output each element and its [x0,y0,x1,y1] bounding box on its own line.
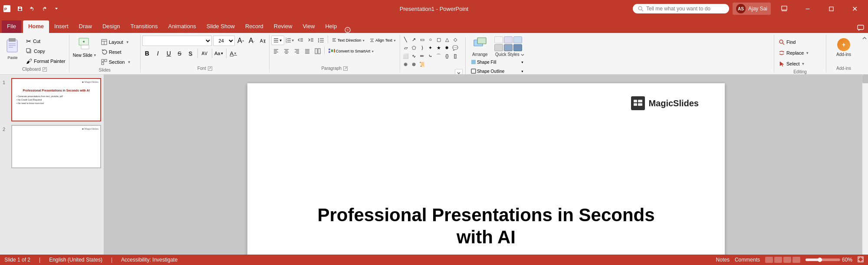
shape-rect-button[interactable]: ▭ [418,36,426,43]
quick-style-1[interactable] [494,36,503,43]
justify-button[interactable] [302,46,312,56]
tab-review[interactable]: Review [269,20,298,33]
align-center-button[interactable] [282,46,291,56]
cut-button[interactable]: ✂ Cut [24,36,67,46]
tab-file[interactable]: File [2,20,21,33]
user-profile[interactable]: AS Ajay Sai [733,3,771,15]
right-scrollbar[interactable] [862,75,868,255]
font-expand-button[interactable]: ↗ [208,66,212,71]
format-painter-button[interactable]: 🖌 Format Painter [24,56,67,66]
quick-style-5[interactable] [504,44,513,51]
ribbon-display-button[interactable] [774,2,794,15]
tell-me-box[interactable] [633,4,729,13]
select-button[interactable]: Select ▼ [776,59,808,69]
clear-formatting-button[interactable]: A [258,36,267,46]
slideshow-button[interactable] [792,257,800,263]
slide-thumbnail-2[interactable]: ■ MagicSlides [11,125,101,168]
section-button[interactable]: Section ▼ [99,57,138,67]
shape-diamond-button[interactable]: ◇ [451,36,459,43]
normal-view-button[interactable] [765,257,773,263]
paste-button[interactable]: Paste [2,36,23,61]
quick-style-3[interactable] [513,36,522,43]
zoom-slider[interactable] [806,258,840,261]
shape-brace-button[interactable]: {} [443,52,451,60]
align-left-button[interactable] [271,46,281,56]
line-spacing-button[interactable] [316,36,326,45]
change-case-button[interactable]: Aa▼ [214,49,224,58]
strikethrough-button[interactable]: S [175,49,184,58]
clipboard-expand-button[interactable]: ↗ [43,67,47,72]
numbering-button[interactable]: 1.2.3. ▼ [285,36,295,45]
shape-arc-button[interactable]: ⌒ [435,52,443,60]
arrange-button[interactable]: Arrange [469,36,491,57]
tab-help[interactable]: Help [320,20,342,33]
tab-home[interactable]: Home [23,20,49,33]
comments-status-button[interactable]: Comments [735,257,760,263]
shape-custom2-button[interactable]: ⊗ [410,60,418,68]
new-slide-button[interactable]: New Slide ▼ [71,36,99,59]
font-size-select[interactable]: 24 [213,36,235,46]
shape-line-button[interactable]: ╲ [402,36,410,43]
columns-button[interactable] [313,46,322,56]
comments-btn[interactable] [857,24,865,33]
shape-star5-button[interactable]: ★ [435,44,443,52]
shape-custom1-button[interactable]: ⊕ [402,60,410,68]
minimize-button[interactable]: – [798,2,818,15]
shape-chevron-button[interactable]: ⟩ [418,44,426,52]
collapse-ribbon-button[interactable] [861,35,868,72]
shape-scroll-button[interactable]: 📜 [418,60,426,68]
redo-button[interactable] [39,3,49,14]
align-text-button[interactable]: Align Text ▼ [368,36,398,45]
tab-slideshow[interactable]: Slide Show [201,20,240,33]
decrease-font-size-button[interactable]: A- [247,36,256,46]
scrollbar-thumb[interactable] [862,75,868,83]
tab-transitions[interactable]: Transitions [125,20,163,33]
shape-star8-button[interactable]: ✸ [443,44,451,52]
tab-view[interactable]: View [297,20,320,33]
shadow-button[interactable]: S [186,49,195,58]
slide-thumbnail-1[interactable]: ■ MagicSlides Professional Presentations… [11,78,101,121]
tab-insert[interactable]: Insert [49,20,74,33]
close-button[interactable]: ✕ [845,2,865,15]
paragraph-expand-button[interactable]: ↗ [343,66,348,71]
font-color-button[interactable]: A▼ [229,49,238,58]
shape-freeform-button[interactable]: ✏ [418,52,426,60]
reading-view-button[interactable] [783,257,791,263]
italic-button[interactable]: I [153,49,163,58]
bullets-dropdown[interactable]: ▼ [271,36,284,45]
tab-animations[interactable]: Animations [163,20,201,33]
accessibility-status[interactable]: Accessibility: Investigate [121,257,178,263]
replace-button[interactable]: Replace ▼ [776,48,812,58]
decrease-indent-button[interactable] [296,36,305,45]
quick-style-4[interactable] [494,44,503,51]
tab-record[interactable]: Record [240,20,269,33]
shape-curve-button[interactable]: ∿ [410,52,418,60]
shape-frame-button[interactable]: ⬜ [402,52,410,60]
undo-button[interactable] [27,3,37,14]
tab-design[interactable]: Design [97,20,125,33]
notes-button[interactable]: Notes [716,257,730,263]
customize-quick-access-button[interactable] [51,3,62,14]
quick-style-6[interactable] [513,44,522,51]
reset-button[interactable]: Reset [99,47,138,57]
increase-indent-button[interactable] [306,36,316,45]
shape-star4-button[interactable]: ✦ [427,44,434,52]
shape-parallelogram-button[interactable]: ▱ [402,44,410,52]
quick-style-2[interactable] [504,36,513,43]
shapes-more-button[interactable] [455,69,463,75]
shape-arrow-button[interactable]: ↗ [410,36,418,43]
save-button[interactable] [15,3,25,14]
new-slide-icon-area[interactable] [75,36,95,52]
fit-to-window-button[interactable] [858,256,864,264]
shape-fill-button[interactable]: Shape Fill ▼ [469,58,526,66]
text-direction-button[interactable]: Text Direction ▼ [330,36,367,45]
tab-draw[interactable]: Draw [74,20,97,33]
addins-button[interactable]: + Add-ins [835,37,853,58]
shape-rounded-rect-button[interactable]: ▢ [435,36,443,43]
find-button[interactable]: Find [776,37,798,47]
align-right-button[interactable] [292,46,302,56]
copy-button[interactable]: Copy [24,46,67,56]
slide-sorter-button[interactable] [774,257,782,263]
increase-font-size-button[interactable]: A+ [236,36,246,46]
layout-button[interactable]: Layout ▼ [99,37,138,47]
